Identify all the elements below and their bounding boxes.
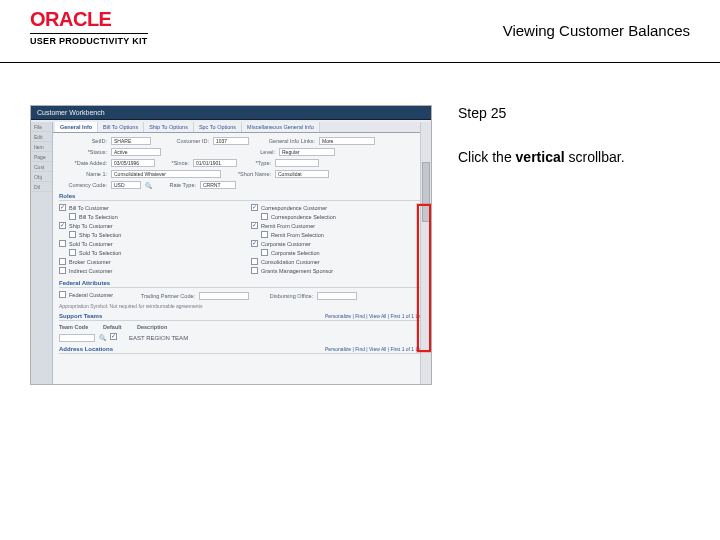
page-title: Viewing Customer Balances bbox=[503, 22, 690, 39]
federal-note: Appropriation Symbol: Not required for r… bbox=[59, 303, 425, 309]
tab-ship-to[interactable]: Ship To Options bbox=[144, 122, 194, 132]
name1-input[interactable]: Consolidated Whatever bbox=[111, 170, 221, 178]
links-label: General Info Links: bbox=[253, 138, 315, 144]
status-select[interactable]: Active bbox=[111, 148, 161, 156]
left-sidestrip: File Edit Item Page Cust Obj Dtl bbox=[31, 122, 53, 384]
role-checkbox[interactable]: ✓Bill To Customer bbox=[59, 204, 109, 211]
tab-bill-to[interactable]: Bill To Options bbox=[98, 122, 144, 132]
tab-spc-to[interactable]: Spc To Options bbox=[194, 122, 242, 132]
role-checkbox[interactable]: ✓Correspondence Customer bbox=[251, 204, 327, 211]
currency-label: Currency Code: bbox=[59, 182, 107, 188]
role-checkbox[interactable]: Ship To Selection bbox=[69, 231, 121, 238]
personalize-link[interactable]: Personalize | Find | View All | bbox=[325, 313, 389, 319]
default-checkbox[interactable]: ✓ bbox=[110, 333, 117, 340]
sidestrip-item[interactable]: Edit bbox=[31, 132, 52, 142]
disb-label: Disbursing Office: bbox=[253, 293, 313, 299]
sidestrip-item[interactable]: File bbox=[31, 122, 52, 132]
support-row: 🔍 ✓ EAST REGION TEAM bbox=[59, 333, 425, 342]
role-checkbox[interactable]: Broker Customer bbox=[59, 258, 111, 265]
role-checkbox[interactable]: Grants Management Sponsor bbox=[251, 267, 333, 274]
federal-customer-checkbox[interactable]: Federal Customer bbox=[59, 291, 113, 298]
form-row: *Status: Active Level: Regular bbox=[59, 148, 425, 156]
roles-right: ✓Correspondence CustomerCorrespondence S… bbox=[251, 204, 425, 276]
shot-content: General Info Bill To Options Ship To Opt… bbox=[53, 122, 431, 384]
roles-left: ✓Bill To CustomerBill To Selection✓Ship … bbox=[59, 204, 233, 276]
desc-head: Description bbox=[137, 324, 197, 330]
type-label: *Type: bbox=[241, 160, 271, 166]
setid-value: SHARE bbox=[111, 137, 151, 145]
teamcode-head: Team Code bbox=[59, 324, 99, 330]
tpc-input[interactable] bbox=[199, 292, 249, 300]
brand-upk: USER PRODUCTIVITY KIT bbox=[30, 33, 148, 46]
address-heading: Address Locations Personalize | Find | V… bbox=[59, 346, 425, 354]
role-checkbox[interactable]: Sold To Customer bbox=[59, 240, 113, 247]
ratetype-label: Rate Type: bbox=[156, 182, 196, 188]
shot-body: File Edit Item Page Cust Obj Dtl General… bbox=[31, 122, 431, 384]
personalize-link[interactable]: Personalize | Find | View All | bbox=[325, 346, 389, 352]
disb-input[interactable] bbox=[317, 292, 357, 300]
sidestrip-item[interactable]: Page bbox=[31, 152, 52, 162]
federal-heading: Federal Attributes bbox=[59, 280, 425, 288]
form-area: SetID: SHARE Customer ID: 1037 General I… bbox=[53, 133, 431, 361]
role-checkbox[interactable]: Consolidation Customer bbox=[251, 258, 320, 265]
sidestrip-item[interactable]: Item bbox=[31, 142, 52, 152]
level-select[interactable]: Regular bbox=[279, 148, 335, 156]
brand-oracle: ORACLE bbox=[30, 8, 148, 31]
currency-input[interactable]: USD bbox=[111, 181, 141, 189]
default-head: Default bbox=[103, 324, 133, 330]
role-checkbox[interactable]: Remit From Selection bbox=[261, 231, 324, 238]
step-label: Step 25 bbox=[458, 105, 690, 121]
role-checkbox[interactable]: Indirect Customer bbox=[59, 267, 112, 274]
name1-label: Name 1: bbox=[59, 171, 107, 177]
brand-block: ORACLE USER PRODUCTIVITY KIT bbox=[30, 8, 148, 46]
custid-label: Customer ID: bbox=[155, 138, 209, 144]
search-icon[interactable]: 🔍 bbox=[99, 334, 106, 341]
form-row: Name 1: Consolidated Whatever *Short Nam… bbox=[59, 170, 425, 178]
tab-strip: General Info Bill To Options Ship To Opt… bbox=[53, 122, 431, 133]
embedded-screenshot: Customer Workbench File Edit Item Page C… bbox=[30, 105, 432, 385]
type-select[interactable] bbox=[275, 159, 319, 167]
scrollbar-thumb[interactable] bbox=[422, 162, 430, 222]
roles-heading: Roles bbox=[59, 193, 425, 201]
custid-value: 1037 bbox=[213, 137, 249, 145]
tab-general-info[interactable]: General Info bbox=[55, 122, 98, 132]
since-label: *Since: bbox=[159, 160, 189, 166]
shortname-input[interactable]: Consolidat bbox=[275, 170, 329, 178]
role-checkbox[interactable]: Corporate Selection bbox=[261, 249, 320, 256]
level-label: Level: bbox=[165, 149, 275, 155]
form-row: *Date Added: 03/05/1996 *Since: 01/01/19… bbox=[59, 159, 425, 167]
teamcode-input[interactable] bbox=[59, 334, 95, 342]
tpc-label: Trading Partner Code: bbox=[125, 293, 195, 299]
role-checkbox[interactable]: Bill To Selection bbox=[69, 213, 118, 220]
instruction-text: Click the vertical scrollbar. bbox=[458, 149, 690, 165]
ratetype-input[interactable]: CRRNT bbox=[200, 181, 236, 189]
main-area: Customer Workbench File Edit Item Page C… bbox=[30, 105, 690, 385]
sidestrip-item[interactable]: Dtl bbox=[31, 182, 52, 192]
vertical-scrollbar[interactable] bbox=[420, 122, 431, 384]
support-heading: Support Teams Personalize | Find | View … bbox=[59, 313, 425, 321]
form-row: Federal Customer Trading Partner Code: D… bbox=[59, 291, 425, 300]
desc-value: EAST REGION TEAM bbox=[129, 335, 188, 341]
role-checkbox[interactable]: Sold To Selection bbox=[69, 249, 121, 256]
screenshot-column: Customer Workbench File Edit Item Page C… bbox=[30, 105, 432, 385]
links-select[interactable]: More bbox=[319, 137, 375, 145]
sidestrip-item[interactable]: Cust bbox=[31, 162, 52, 172]
since-input[interactable]: 01/01/1901 bbox=[193, 159, 237, 167]
role-checkbox[interactable]: ✓Ship To Customer bbox=[59, 222, 113, 229]
sidestrip-item[interactable]: Obj bbox=[31, 172, 52, 182]
header-rule bbox=[0, 62, 720, 63]
support-header-row: Team Code Default Description bbox=[59, 324, 425, 330]
role-checkbox[interactable]: ✓Corporate Customer bbox=[251, 240, 311, 247]
roles-columns: ✓Bill To CustomerBill To Selection✓Ship … bbox=[59, 204, 425, 276]
setid-label: SetID: bbox=[59, 138, 107, 144]
role-checkbox[interactable]: Correspondence Selection bbox=[261, 213, 336, 220]
form-row: SetID: SHARE Customer ID: 1037 General I… bbox=[59, 137, 425, 145]
search-icon[interactable]: 🔍 bbox=[145, 182, 152, 189]
role-checkbox[interactable]: ✓Remit From Customer bbox=[251, 222, 315, 229]
dateadded-input[interactable]: 03/05/1996 bbox=[111, 159, 155, 167]
tab-misc[interactable]: Miscellaneous General Info bbox=[242, 122, 320, 132]
window-titlebar: Customer Workbench bbox=[31, 106, 431, 120]
instruction-column: Step 25 Click the vertical scrollbar. bbox=[432, 105, 690, 385]
dateadded-label: *Date Added: bbox=[59, 160, 107, 166]
shortname-label: *Short Name: bbox=[225, 171, 271, 177]
